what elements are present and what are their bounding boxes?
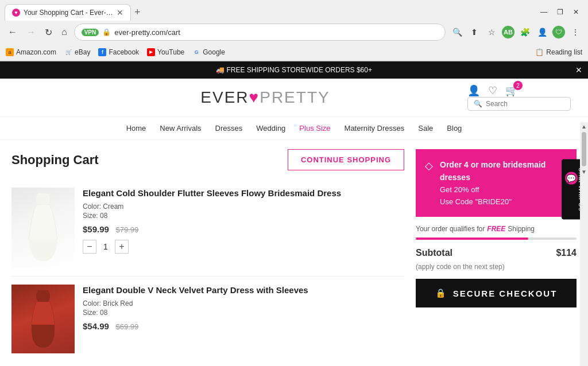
- bookmark-youtube-label: YouTube: [157, 48, 184, 56]
- search-box[interactable]: 🔍: [467, 97, 571, 111]
- item-image-1: [11, 188, 75, 268]
- nav-action-icons: 🔍 ⬆ ☆ AB 🧩 👤 🛡 ⋮: [450, 25, 582, 39]
- url-bar[interactable]: VPN 🔒 ever-pretty.com/cart: [74, 24, 446, 41]
- nav-maternity[interactable]: Maternity Dresses: [345, 124, 405, 133]
- search-input[interactable]: [486, 100, 564, 108]
- nav-dresses[interactable]: Dresses: [215, 124, 243, 133]
- refresh-button[interactable]: ↻: [42, 26, 55, 39]
- progress-fill: [416, 237, 528, 240]
- item-size-2: Size: 08: [83, 309, 404, 317]
- site-logo[interactable]: EVER♥PRETTY: [200, 88, 330, 107]
- bookmark-star-icon[interactable]: ☆: [485, 25, 498, 39]
- checkout-label: SECURE CHECKOUT: [453, 289, 558, 298]
- site-content: 🚚 FREE SHIPPING STOREWIDE ORDERS $60+ ✕ …: [0, 61, 588, 366]
- menu-icon[interactable]: ⋮: [568, 25, 582, 39]
- reading-list-label: Reading list: [546, 48, 582, 56]
- security-shield-icon[interactable]: 🛡: [552, 26, 565, 38]
- cart-badge: 2: [513, 81, 523, 90]
- bookmarks-bar: a Amazon.com 🛒 eBay f Facebook ▶ YouTube…: [0, 44, 588, 61]
- search-icon: 🔍: [474, 100, 482, 108]
- promo-diamond-icon: ◇: [425, 159, 433, 172]
- cart-section: Shopping Cart CONTINUE SHOPPING Elegant …: [11, 149, 404, 344]
- apply-code-note: (apply code on the next step): [416, 263, 577, 271]
- subtotal-label: Subtotal: [416, 248, 452, 258]
- main-content: Shopping Cart CONTINUE SHOPPING Elegant …: [0, 140, 588, 353]
- nav-wedding[interactable]: Wedding: [256, 124, 285, 133]
- nav-new-arrivals[interactable]: New Arrivals: [160, 124, 201, 133]
- facebook-icon: f: [98, 48, 106, 56]
- secure-checkout-button[interactable]: 🔒 SECURE CHECKOUT: [416, 279, 577, 307]
- free-shipping-suffix: Shipping: [508, 225, 535, 233]
- forward-button[interactable]: →: [24, 26, 38, 38]
- scroll-up-arrow[interactable]: ▲: [581, 123, 587, 130]
- account-header-icon[interactable]: 👤: [467, 84, 480, 97]
- tab-favicon: ♥: [12, 9, 20, 17]
- order-summary: ◇ Order 4 or more bridesmaid dresses Get…: [416, 149, 577, 344]
- bookmark-amazon[interactable]: a Amazon.com: [6, 48, 56, 56]
- price-original-2: $69.99: [116, 322, 139, 331]
- scroll-thumb[interactable]: [582, 132, 586, 166]
- checkout-lock-icon: 🔒: [435, 288, 447, 298]
- search-nav-icon[interactable]: 🔍: [450, 25, 464, 39]
- cart-icon[interactable]: 🛒 2: [505, 84, 518, 97]
- extensions-icon[interactable]: 🧩: [518, 25, 532, 39]
- subtotal-value: $114: [556, 248, 577, 258]
- main-nav: Home New Arrivals Dresses Wedding Plus S…: [0, 117, 588, 140]
- bookmark-ebay-label: eBay: [75, 48, 90, 56]
- free-shipping-text: Your order qualifies for: [416, 225, 485, 233]
- bookmark-google[interactable]: G Google: [192, 48, 225, 56]
- close-button[interactable]: ✕: [568, 6, 583, 18]
- title-bar: ♥ Your Shopping Cart - Ever-Pretty ✕ + —…: [0, 0, 588, 21]
- announcement-close-btn[interactable]: ✕: [575, 65, 582, 75]
- header-right: 👤 ♡ 🛒 2 🔍: [467, 84, 571, 111]
- nav-sale[interactable]: Sale: [418, 124, 433, 133]
- share-icon[interactable]: ⬆: [467, 25, 481, 39]
- scrollbar[interactable]: ▲ ▼: [580, 122, 588, 366]
- navigation-bar: ← → ↻ ⌂ VPN 🔒 ever-pretty.com/cart 🔍 ⬆ ☆…: [0, 21, 588, 44]
- bookmark-amazon-label: Amazon.com: [16, 48, 56, 56]
- google-icon: G: [192, 48, 200, 56]
- free-label: FREE: [487, 225, 505, 233]
- wishlist-icon[interactable]: ♡: [488, 84, 497, 97]
- browser-chrome: ♥ Your Shopping Cart - Ever-Pretty ✕ + —…: [0, 0, 588, 61]
- shipping-progress-bar: [416, 237, 577, 240]
- nav-home[interactable]: Home: [126, 124, 146, 133]
- new-tab-button[interactable]: +: [134, 6, 141, 18]
- tab-close-btn[interactable]: ✕: [117, 8, 123, 17]
- qty-decrease-1[interactable]: −: [83, 240, 96, 254]
- nav-blog[interactable]: Blog: [447, 124, 462, 133]
- promo-line3: Use Code "BRIDE20": [440, 197, 512, 206]
- cart-header: Shopping Cart CONTINUE SHOPPING: [11, 149, 404, 170]
- vpn-indicator: VPN: [82, 29, 99, 36]
- logo-pretty: PRETTY: [260, 88, 330, 106]
- bookmark-ebay[interactable]: 🛒 eBay: [64, 48, 90, 56]
- continue-shopping-button[interactable]: CONTINUE SHOPPING: [288, 149, 404, 170]
- tab-title: Your Shopping Cart - Ever-Pretty: [24, 9, 113, 17]
- price-original-1: $79.99: [116, 225, 139, 234]
- restore-button[interactable]: ❐: [552, 6, 567, 18]
- bookmark-youtube[interactable]: ▶ YouTube: [147, 48, 184, 56]
- item-name-2: Elegant Double V Neck Velvet Party Dress…: [83, 285, 404, 296]
- youtube-icon: ▶: [147, 48, 155, 56]
- minimize-button[interactable]: —: [536, 6, 551, 18]
- quantity-control-1: − 1 +: [83, 240, 404, 254]
- ebay-icon: 🛒: [64, 48, 72, 56]
- item-name-1: Elegant Cold Shoulder Flutter Sleeves Fl…: [83, 188, 404, 199]
- cart-item: Elegant Double V Neck Velvet Party Dress…: [11, 277, 404, 353]
- bookmark-facebook[interactable]: f Facebook: [98, 48, 139, 56]
- item-color-2: Color: Brick Red: [83, 299, 404, 307]
- reading-list-button[interactable]: 📋 Reading list: [535, 48, 582, 56]
- promo-text: Order 4 or more bridesmaid dresses Get 2…: [440, 158, 567, 208]
- home-button[interactable]: ⌂: [59, 26, 69, 38]
- dress-svg-1: [26, 193, 60, 262]
- account-icon[interactable]: 👤: [535, 25, 549, 39]
- back-button[interactable]: ←: [6, 26, 20, 38]
- qty-increase-1[interactable]: +: [115, 240, 129, 254]
- active-tab[interactable]: ♥ Your Shopping Cart - Ever-Pretty ✕: [5, 4, 131, 21]
- scroll-down-arrow[interactable]: ▼: [581, 169, 587, 175]
- nav-plus-size[interactable]: Plus Size: [299, 124, 330, 133]
- dress-svg-2: [26, 290, 60, 353]
- profile-icon[interactable]: AB: [502, 26, 514, 38]
- cart-item: Elegant Cold Shoulder Flutter Sleeves Fl…: [11, 180, 404, 277]
- bookmark-facebook-label: Facebook: [109, 48, 139, 56]
